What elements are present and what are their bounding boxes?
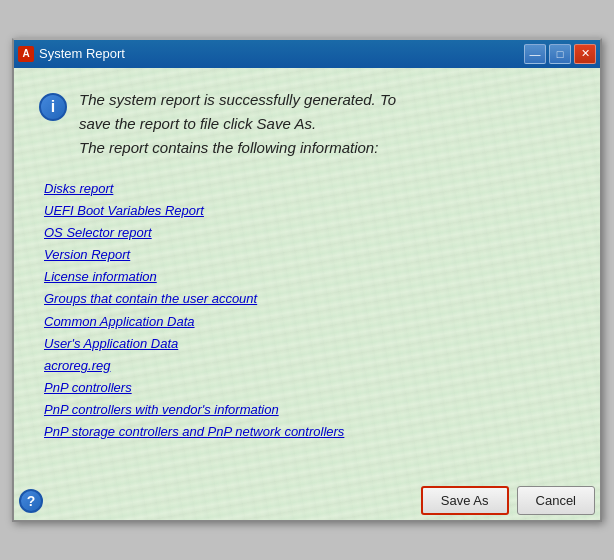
system-report-window: A System Report — □ ✕ i The system repor…	[12, 38, 602, 522]
window-title: System Report	[39, 46, 125, 61]
message-area: i The system report is successfully gene…	[39, 88, 575, 160]
list-item[interactable]: acroreg.reg	[44, 355, 575, 377]
list-item[interactable]: UEFI Boot Variables Report	[44, 200, 575, 222]
list-item[interactable]: Version Report	[44, 244, 575, 266]
list-item[interactable]: User's Application Data	[44, 333, 575, 355]
list-item[interactable]: PnP storage controllers and PnP network …	[44, 421, 575, 443]
help-button[interactable]: ?	[19, 489, 43, 513]
titlebar-left: A System Report	[18, 46, 125, 62]
list-item[interactable]: PnP controllers	[44, 377, 575, 399]
close-button[interactable]: ✕	[574, 44, 596, 64]
list-item[interactable]: PnP controllers with vendor's informatio…	[44, 399, 575, 421]
list-item[interactable]: Disks report	[44, 178, 575, 200]
info-icon: i	[39, 93, 67, 121]
titlebar-buttons: — □ ✕	[524, 44, 596, 64]
message-text: The system report is successfully genera…	[79, 88, 396, 160]
list-item[interactable]: Common Application Data	[44, 311, 575, 333]
content-area: i The system report is successfully gene…	[14, 68, 600, 478]
app-icon: A	[18, 46, 34, 62]
maximize-button[interactable]: □	[549, 44, 571, 64]
minimize-button[interactable]: —	[524, 44, 546, 64]
list-item[interactable]: License information	[44, 266, 575, 288]
titlebar: A System Report — □ ✕	[14, 40, 600, 68]
cancel-button[interactable]: Cancel	[517, 486, 595, 515]
footer: ? Save As Cancel	[14, 478, 600, 520]
report-links-section: Disks reportUEFI Boot Variables ReportOS…	[39, 178, 575, 443]
save-as-button[interactable]: Save As	[421, 486, 509, 515]
list-item[interactable]: OS Selector report	[44, 222, 575, 244]
footer-buttons: Save As Cancel	[421, 486, 595, 515]
list-item[interactable]: Groups that contain the user account	[44, 288, 575, 310]
